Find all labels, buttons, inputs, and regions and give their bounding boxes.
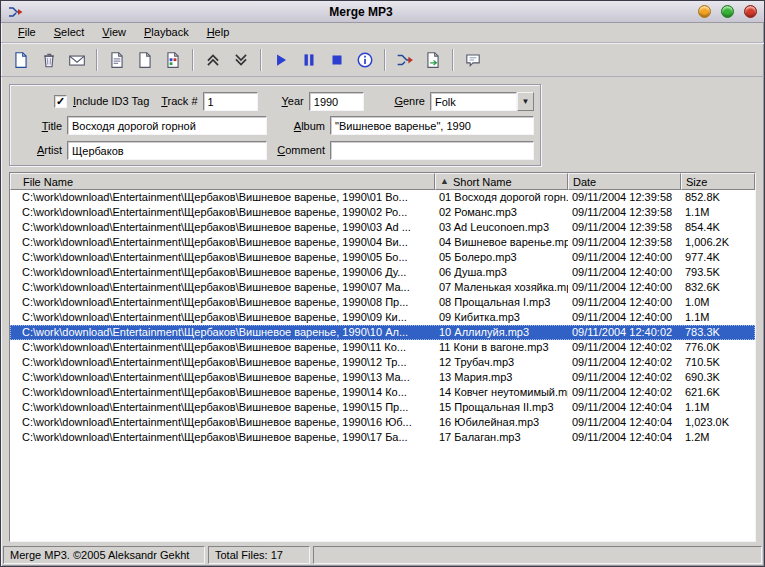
size-cell: 783.3K	[681, 325, 755, 340]
include-id3-checkbox[interactable]: ✓	[54, 95, 67, 108]
toolbar-separator	[452, 49, 454, 71]
toolbar-separator	[260, 49, 262, 71]
date-cell: 09/11/2004 12:40:00	[568, 250, 681, 265]
move-up-button[interactable]	[199, 47, 227, 73]
menu-playback[interactable]: Playback	[135, 23, 198, 42]
maximize-button[interactable]	[721, 5, 734, 18]
size-cell: 977.4K	[681, 250, 755, 265]
comment-button[interactable]	[459, 47, 487, 73]
file-row[interactable]: C:\work\download\Entertainment\Щербаков\…	[10, 205, 755, 220]
file-row[interactable]: C:\work\download\Entertainment\Щербаков\…	[10, 325, 755, 340]
date-cell: 09/11/2004 12:40:02	[568, 385, 681, 400]
new-button[interactable]	[7, 47, 35, 73]
statusbar-total-files: Total Files: 17	[208, 546, 310, 564]
short-name-cell: 13 Мария.mp3	[435, 370, 568, 385]
genre-label: Genre	[394, 95, 425, 107]
file-path-cell: C:\work\download\Entertainment\Щербаков\…	[10, 415, 435, 430]
artist-label: Artist	[16, 144, 62, 156]
short-name-cell: 01 Восходя дорогой горн...	[435, 190, 568, 205]
date-cell: 09/11/2004 12:40:00	[568, 310, 681, 325]
short-name-cell: 09 Кибитка.mp3	[435, 310, 568, 325]
properties-icon	[164, 51, 182, 69]
file-list: File Name ▲ Short Name Date Size C:\work…	[9, 172, 756, 542]
file-path-cell: C:\work\download\Entertainment\Щербаков\…	[10, 340, 435, 355]
album-input[interactable]: "Вишневое варенье", 1990	[330, 116, 534, 135]
file-path-cell: C:\work\download\Entertainment\Щербаков\…	[10, 295, 435, 310]
menu-file[interactable]: File	[9, 23, 45, 42]
date-cell: 09/11/2004 12:40:00	[568, 280, 681, 295]
track-label: Track #	[161, 95, 197, 107]
size-cell: 1.1M	[681, 310, 755, 325]
column-header-size[interactable]: Size	[681, 173, 755, 190]
file-row[interactable]: C:\work\download\Entertainment\Щербаков\…	[10, 340, 755, 355]
genre-dropdown[interactable]: Folk ▼	[430, 92, 534, 111]
close-button[interactable]	[744, 5, 757, 18]
chevron-down-icon: ▼	[522, 97, 530, 106]
info-button[interactable]	[351, 47, 379, 73]
size-cell: 1,006.2K	[681, 235, 755, 250]
short-name-cell: 15 Прощальная II.mp3	[435, 400, 568, 415]
file-path-cell: C:\work\download\Entertainment\Щербаков\…	[10, 220, 435, 235]
titlebar[interactable]: Merge MP3	[1, 1, 764, 23]
column-header-short-name[interactable]: ▲ Short Name	[435, 173, 568, 190]
move-down-button[interactable]	[227, 47, 255, 73]
properties-button[interactable]	[159, 47, 187, 73]
short-name-cell: 12 Трубач.mp3	[435, 355, 568, 370]
size-cell: 793.5K	[681, 265, 755, 280]
merge-icon	[396, 51, 414, 69]
minimize-button[interactable]	[698, 5, 711, 18]
open-icon	[68, 51, 86, 69]
save-button[interactable]	[103, 47, 131, 73]
genre-dropdown-button[interactable]: ▼	[517, 92, 534, 111]
file-path-cell: C:\work\download\Entertainment\Щербаков\…	[10, 370, 435, 385]
menu-help[interactable]: Help	[198, 23, 239, 42]
stop-button[interactable]	[323, 47, 351, 73]
id3-tag-groupbox: ✓ Include ID3 Tag Track # 1 Year 1990 Ge…	[9, 84, 541, 166]
toolbar	[1, 43, 764, 77]
title-input[interactable]: Восходя дорогой горной	[67, 116, 267, 135]
comment-input[interactable]	[330, 141, 534, 160]
file-path-cell: C:\work\download\Entertainment\Щербаков\…	[10, 430, 435, 445]
size-cell: 1,023.0K	[681, 415, 755, 430]
file-row[interactable]: C:\work\download\Entertainment\Щербаков\…	[10, 235, 755, 250]
delete-button[interactable]	[35, 47, 63, 73]
track-input[interactable]: 1	[203, 92, 258, 111]
statusbar: Merge MP3. ©2005 Aleksandr Gekht Total F…	[1, 544, 764, 566]
file-row[interactable]: C:\work\download\Entertainment\Щербаков\…	[10, 250, 755, 265]
save-icon	[108, 51, 126, 69]
export-button[interactable]	[419, 47, 447, 73]
year-input[interactable]: 1990	[309, 92, 364, 111]
column-header-file-name-label: File Name	[23, 176, 73, 188]
file-row[interactable]: C:\work\download\Entertainment\Щербаков\…	[10, 430, 755, 445]
file-row[interactable]: C:\work\download\Entertainment\Щербаков\…	[10, 295, 755, 310]
new-list-button[interactable]	[131, 47, 159, 73]
file-row[interactable]: C:\work\download\Entertainment\Щербаков\…	[10, 190, 755, 205]
size-cell: 690.3K	[681, 370, 755, 385]
genre-value: Folk	[430, 92, 517, 111]
file-row[interactable]: C:\work\download\Entertainment\Щербаков\…	[10, 220, 755, 235]
stop-icon	[328, 51, 346, 69]
pause-button[interactable]	[295, 47, 323, 73]
column-header-date[interactable]: Date	[568, 173, 681, 190]
merge-mp3-window: Merge MP3 File Select View Playback Help	[0, 0, 765, 567]
artist-input[interactable]: Щербаков	[67, 141, 267, 160]
file-row[interactable]: C:\work\download\Entertainment\Щербаков\…	[10, 355, 755, 370]
short-name-cell: 17 Балаган.mp3	[435, 430, 568, 445]
file-row[interactable]: C:\work\download\Entertainment\Щербаков\…	[10, 310, 755, 325]
file-row[interactable]: C:\work\download\Entertainment\Щербаков\…	[10, 385, 755, 400]
open-button[interactable]	[63, 47, 91, 73]
menu-select[interactable]: Select	[45, 23, 94, 42]
menu-view[interactable]: View	[93, 23, 135, 42]
menubar: File Select View Playback Help	[1, 23, 764, 43]
column-header-file-name[interactable]: File Name	[10, 173, 435, 190]
play-button[interactable]	[267, 47, 295, 73]
merge-button[interactable]	[391, 47, 419, 73]
file-row[interactable]: C:\work\download\Entertainment\Щербаков\…	[10, 400, 755, 415]
move-down-icon	[232, 51, 250, 69]
file-row[interactable]: C:\work\download\Entertainment\Щербаков\…	[10, 265, 755, 280]
file-row[interactable]: C:\work\download\Entertainment\Щербаков\…	[10, 415, 755, 430]
short-name-cell: 14 Ковчег неутомимый.mp3	[435, 385, 568, 400]
file-path-cell: C:\work\download\Entertainment\Щербаков\…	[10, 265, 435, 280]
file-row[interactable]: C:\work\download\Entertainment\Щербаков\…	[10, 370, 755, 385]
file-row[interactable]: C:\work\download\Entertainment\Щербаков\…	[10, 280, 755, 295]
